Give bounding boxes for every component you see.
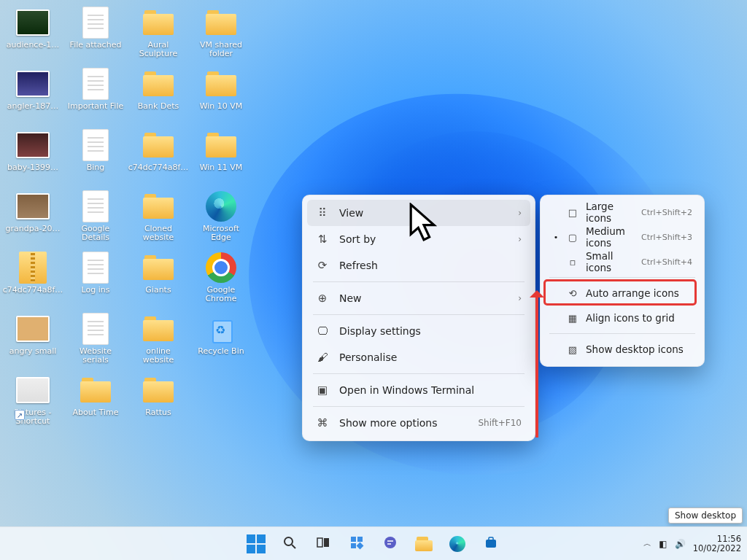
shortcut-overlay-icon: ↗ (15, 410, 25, 420)
file-icon (78, 67, 113, 101)
desktop-icon-label: VM shared folder (200, 41, 242, 58)
edge-icon (449, 536, 465, 552)
desktop-icon[interactable]: About Time (67, 373, 124, 433)
desktop-icon[interactable]: c74dc774a8f… (130, 128, 187, 188)
desktop-icon[interactable]: angry small (4, 312, 61, 372)
sub-small-icons[interactable]: ▫Small iconsCtrl+Shift+4 (545, 249, 700, 274)
taskbar-chat-button[interactable] (376, 529, 405, 559)
desktop-icon[interactable]: Bank Dets (130, 67, 187, 127)
folder-icon (141, 251, 176, 284)
desktop-icon[interactable]: angler-187… (4, 67, 61, 127)
ctx-open-terminal[interactable]: ▣Open in Windows Terminal (307, 377, 530, 403)
check-indicator: • (552, 233, 560, 242)
desktop-icon[interactable]: ↗Pictures - Shortcut (4, 373, 61, 433)
ctx-display-settings[interactable]: 🖵Display settings (307, 318, 530, 344)
desktop-icon-label: Win 10 VM (200, 102, 243, 111)
desktop-icon[interactable]: grandpa-20… (4, 190, 61, 249)
submenu-item-label: Align icons to grid (586, 312, 692, 324)
desktop-icon-label: File attached (70, 41, 122, 50)
plus-icon: ⊕ (316, 292, 329, 305)
desktop-icon-label: Aural Sculpture (139, 41, 177, 58)
clock[interactable]: 11:56 10/02/2022 (693, 534, 741, 553)
desktop-icon[interactable]: audience-1… (4, 6, 61, 66)
start-icon (247, 534, 266, 553)
desktop-icon[interactable]: File attached (67, 6, 124, 66)
svg-rect-4 (351, 537, 356, 542)
desktop-icon[interactable]: baby-1399… (4, 128, 61, 188)
desktop-icon[interactable]: Recycle Bin (193, 312, 249, 372)
desktop-icon[interactable]: Bing (67, 128, 124, 188)
menu-item-label: Refresh (339, 260, 522, 271)
desktop-icon-label: Website serials (80, 347, 112, 365)
file-icon (78, 251, 113, 284)
taskbar-start-button[interactable] (241, 529, 271, 559)
sub-show-desktop-icons[interactable]: ▧Show desktop icons (545, 337, 700, 362)
desktop-icon[interactable]: VM shared folder (193, 6, 249, 66)
desktop-icon[interactable]: c74dc774a8f… (4, 251, 61, 311)
taskbar-file-explorer-button[interactable] (409, 529, 438, 559)
file-icon (78, 6, 113, 39)
desktop-icon[interactable]: Google Details (67, 190, 124, 249)
sub-align-grid[interactable]: ▦Align icons to grid (545, 306, 700, 330)
ctx-new[interactable]: ⊕New› (307, 285, 530, 311)
svg-rect-10 (489, 537, 493, 540)
folder-icon (141, 373, 176, 407)
desktop-icon[interactable]: Microsoft Edge (193, 190, 249, 249)
taskbar-store-button[interactable] (476, 529, 506, 559)
sub-medium-icons[interactable]: •▢Medium iconsCtrl+Shift+3 (545, 225, 700, 249)
desktop-icon-label: Recycle Bin (198, 347, 244, 356)
folder-icon (141, 128, 176, 162)
taskbar-search-button[interactable] (275, 529, 304, 559)
menu-item-label: New (339, 292, 508, 304)
menu-item-tail: › (518, 234, 522, 244)
desktop-icon[interactable]: Log ins (67, 251, 124, 311)
desktop-icon-label: Microsoft Edge (203, 225, 239, 242)
desktop-icon[interactable]: Giants (130, 251, 187, 311)
network-icon[interactable]: ◧ (659, 539, 667, 549)
desktop-icon[interactable]: Win 11 VM (193, 128, 249, 188)
desktop-icon[interactable]: Rattus (130, 373, 187, 433)
taskbar-task-view-button[interactable] (309, 529, 338, 559)
photo-icon (15, 312, 50, 346)
taskbar-edge-button[interactable] (443, 529, 472, 559)
view-submenu[interactable]: □Large iconsCtrl+Shift+2•▢Medium iconsCt… (540, 195, 705, 367)
tray-chevron-icon[interactable]: ︿ (643, 538, 651, 549)
taskbar-widgets-button[interactable] (342, 529, 371, 559)
taskbar: ︿ ◧ 🔊 11:56 10/02/2022 (0, 526, 747, 560)
desktop-icon-label: online website (143, 347, 174, 365)
desktop-icon[interactable]: Aural Sculpture (130, 6, 187, 66)
ctx-sort-by[interactable]: ⇅Sort by› (307, 226, 530, 252)
file-icon (78, 190, 113, 223)
folder-icon (141, 190, 176, 223)
desktop-icon-label: Important File (68, 102, 123, 111)
desktop-icon[interactable]: Win 10 VM (193, 67, 249, 127)
svg-rect-2 (317, 538, 322, 547)
desktop-icon[interactable]: online website (130, 312, 187, 372)
ctx-view[interactable]: ⠿View› (307, 200, 530, 226)
sub-auto-arrange[interactable]: ⟲Auto arrange icons (545, 281, 700, 306)
desktop-icon[interactable]: Google Chrome (193, 251, 249, 311)
system-tray[interactable]: ︿ ◧ 🔊 11:56 10/02/2022 (643, 534, 741, 553)
ctx-personalise[interactable]: 🖌Personalise (307, 344, 530, 370)
widgets-icon (349, 535, 364, 553)
photo-icon (15, 190, 50, 223)
menu-item-label: Show more options (339, 417, 468, 429)
ctx-refresh[interactable]: ⟳Refresh (307, 252, 530, 279)
search-icon (282, 535, 297, 553)
submenu-item-label: Large icons (586, 201, 634, 224)
sub-large-icons[interactable]: □Large iconsCtrl+Shift+2 (545, 200, 700, 225)
desktop-icon[interactable]: Website serials (67, 312, 124, 372)
desktop-icon[interactable]: Important File (67, 67, 124, 127)
clock-date: 10/02/2022 (693, 544, 741, 553)
desktop-icon-label: Cloned website (143, 225, 174, 242)
align-grid-icon: ▦ (567, 312, 578, 324)
ctx-show-more[interactable]: ⌘Show more optionsShift+F10 (307, 410, 530, 436)
task-view-icon (316, 535, 330, 553)
desktop-icon-label: Google Details (82, 225, 110, 242)
desktop-icon[interactable]: Cloned website (130, 190, 187, 249)
volume-icon[interactable]: 🔊 (675, 539, 686, 549)
chat-icon (383, 535, 398, 553)
desktop-context-menu[interactable]: ⠿View›⇅Sort by›⟳Refresh⊕New›🖵Display set… (302, 195, 535, 441)
folder-icon (141, 312, 176, 346)
folder-icon (141, 6, 176, 39)
